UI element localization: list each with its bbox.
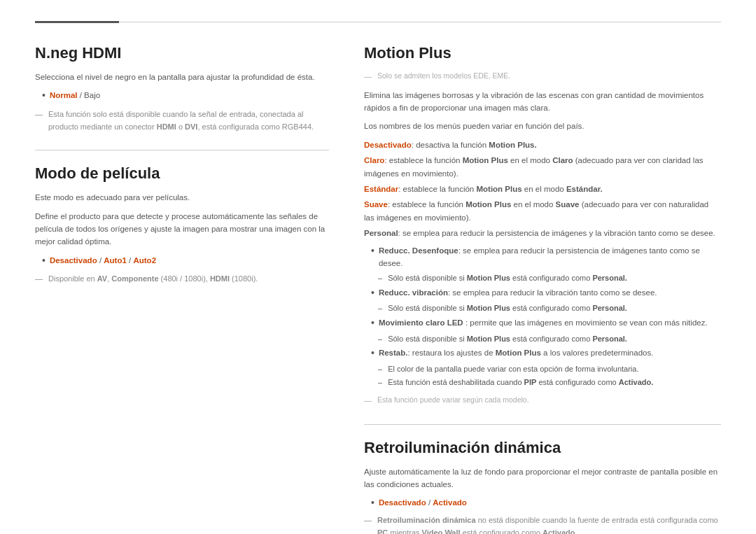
bullet-dot-modo: • [42, 254, 46, 268]
left-column: N.neg HDMI Selecciona el nivel de negro … [35, 44, 329, 534]
modo-section: Modo de película Este modo es adecuado p… [35, 164, 329, 286]
retro-desc: Ajuste automáticamente la luz de fondo p… [364, 465, 721, 491]
motion-claro: Claro: establece la función Motion Plus … [364, 154, 721, 180]
divider-light [119, 22, 721, 22]
nneg-bullet: • Normal / Bajo [35, 89, 329, 103]
section-divider-2 [364, 424, 721, 425]
motion-restab-sub2: – Esta función está deshabilitada cuando… [378, 377, 721, 389]
motion-sub-reducc-note: – Sólo está disponible si Motion Plus es… [378, 272, 721, 285]
motion-sub-vibracion-note: – Sólo está disponible si Motion Plus es… [378, 302, 721, 315]
motion-estandar: Estándar: establece la función Motion Pl… [364, 183, 721, 195]
modo-title: Modo de película [35, 164, 329, 183]
section-divider-1 [35, 150, 329, 150]
motion-desc1: Elimina las imágenes borrosas y la vibra… [364, 89, 721, 115]
modo-options: Desactivado / Auto1 / Auto2 [50, 254, 156, 267]
retro-options: Desactivado / Activado [379, 496, 467, 509]
retro-title: Retroiluminación dinámica [364, 439, 721, 457]
motion-desactivado: Desactivado: desactiva la función Motion… [364, 139, 721, 151]
nneg-options: Normal / Bajo [50, 89, 100, 101]
motion-gray-note: — Solo se admiten los modelos EDE, EME. [364, 71, 721, 83]
bullet-dot: • [42, 89, 46, 103]
nneg-title: N.neg HDMI [35, 44, 329, 62]
modo-desc2: Define el producto para que detecte y pr… [35, 210, 329, 248]
motion-section: Motion Plus — Solo se admiten los modelo… [364, 44, 721, 407]
motion-sub-led-note: – Sólo está disponible si Motion Plus es… [378, 333, 721, 346]
motion-sub-led: • Movimiento claro LED : permite que las… [364, 316, 721, 330]
nneg-section: N.neg HDMI Selecciona el nivel de negro … [35, 44, 329, 133]
motion-footer-text: Esta función puede variar según cada mod… [377, 395, 529, 406]
nneg-desc: Selecciona el nivel de negro en la panta… [35, 71, 329, 83]
motion-title: Motion Plus [364, 44, 721, 62]
motion-gray-text: Solo se admiten los modelos EDE, EME. [377, 71, 510, 82]
retro-section: Retroiluminación dinámica Ajuste automát… [364, 439, 721, 534]
motion-restab-sub1: – El color de la pantalla puede variar c… [378, 363, 721, 376]
motion-desc2: Los nombres de los menús pueden variar e… [364, 120, 721, 132]
retro-bullet: • Desactivado / Activado [364, 496, 721, 510]
retro-note: — Retroiluminación dinámica no está disp… [364, 514, 721, 534]
motion-suave: Suave: establece la función Motion Plus … [364, 198, 721, 224]
modo-bullet: • Desactivado / Auto1 / Auto2 [35, 254, 329, 268]
motion-personal: Personal: se emplea para reducir la pers… [364, 227, 721, 239]
modo-desc1: Este modo es adecuado para ver películas… [35, 191, 329, 204]
nneg-note: — Esta función solo está disponible cuan… [35, 108, 329, 133]
divider-dark [35, 21, 119, 23]
motion-sub-vibracion: • Reducc. vibración: se emplea para redu… [364, 286, 721, 300]
top-divider [35, 21, 721, 23]
motion-sub-reducc: • Reducc. Desenfoque: se emplea para red… [364, 244, 721, 270]
motion-sub-restab: • Restab.: restaura los ajustes de Motio… [364, 346, 721, 360]
modo-note: — Disponible en AV, Componente (480i / 1… [35, 273, 329, 286]
motion-footer-note: — Esta función puede variar según cada m… [364, 395, 721, 407]
right-column: Motion Plus — Solo se admiten los modelo… [364, 44, 721, 534]
